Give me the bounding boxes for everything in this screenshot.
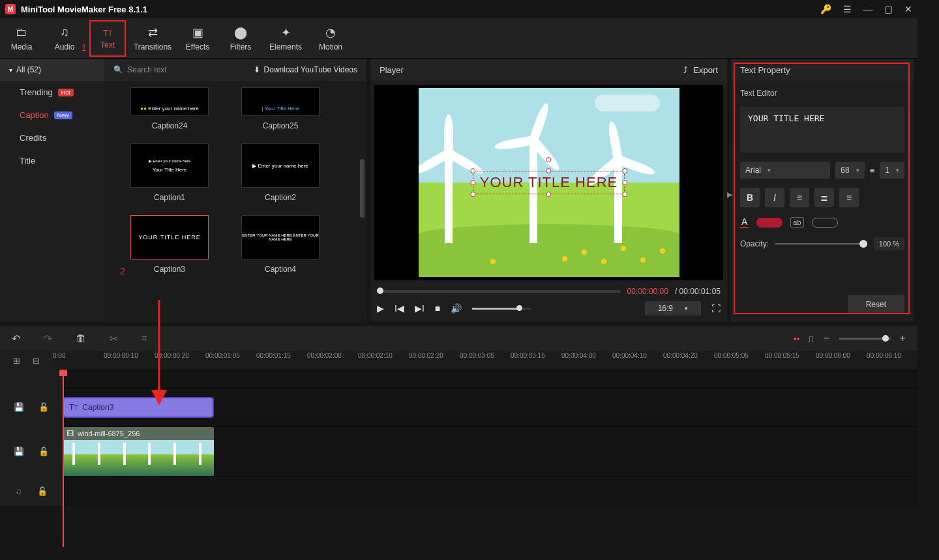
player-progress[interactable] xyxy=(377,290,621,293)
search-icon: 🔍 xyxy=(113,65,123,74)
stop-button[interactable]: ■ xyxy=(435,303,440,314)
prev-frame-button[interactable]: I◀ xyxy=(395,303,404,314)
font-color-icon[interactable]: A xyxy=(740,216,749,228)
tab-audio[interactable]: ♫Audio xyxy=(43,18,86,58)
annotation-2: 2 xyxy=(120,266,125,276)
bold-button[interactable]: B xyxy=(740,188,760,207)
timeline-tracks: 💾🔓 Tᴛ Caption3 💾🔓 🎞wind-mill-6875_256 ♫🔓 xyxy=(0,370,917,506)
chevron-down-icon: ▾ xyxy=(9,66,12,74)
highlight-icon[interactable]: ab xyxy=(790,217,803,228)
tab-media[interactable]: 🗀Media xyxy=(0,18,43,58)
align-center-button[interactable]: ≣ xyxy=(814,188,834,207)
search-input[interactable]: 🔍Search text xyxy=(113,65,247,74)
lock-icon[interactable]: 🔓 xyxy=(38,447,49,456)
zoom-slider[interactable] xyxy=(839,338,891,340)
preview-area[interactable]: YOUR TITLE HERE xyxy=(374,85,723,280)
thumb-caption25[interactable]: | Your Title Here Caption25 xyxy=(241,87,320,130)
text-clip[interactable]: Tᴛ Caption3 xyxy=(63,397,214,418)
audio-track: ♫🔓 xyxy=(0,476,917,506)
tab-text[interactable]: TT Text 1 xyxy=(89,20,126,57)
font-color-swatch[interactable] xyxy=(756,218,782,228)
undo-button[interactable]: ↶ xyxy=(12,332,20,345)
tab-elements[interactable]: ✦Elements xyxy=(262,18,309,58)
key-icon[interactable]: 🔑 xyxy=(820,4,831,14)
category-trending[interactable]: TrendingHot xyxy=(0,81,104,104)
lock-icon[interactable]: 🔓 xyxy=(38,402,49,412)
maximize-button[interactable]: ▢ xyxy=(884,4,893,14)
opacity-slider[interactable] xyxy=(775,243,867,244)
track-add-icon[interactable]: ⊞ xyxy=(13,356,20,366)
panel-title: Text Property xyxy=(731,59,914,81)
thumb-caption3[interactable]: YOUR TITLE HERE Caption3 2 xyxy=(130,215,209,274)
track-type-icon: 💾 xyxy=(14,447,24,456)
text-icon: Tᴛ xyxy=(69,403,78,412)
italic-button[interactable]: I xyxy=(765,188,784,207)
transitions-icon: ⇄ xyxy=(148,25,158,40)
player-panel: Player ⤴Export 3 xyxy=(370,59,727,322)
play-button[interactable]: ▶ xyxy=(377,303,384,314)
browse-scrollbar[interactable] xyxy=(360,159,365,218)
tab-filters[interactable]: ⬤Filters xyxy=(219,18,262,58)
thumb-caption1[interactable]: ▶ Enter your name hereYour Title Here Ca… xyxy=(130,143,209,202)
export-button[interactable]: ⤴Export xyxy=(683,65,718,75)
font-select[interactable]: Arial▾ xyxy=(740,162,830,179)
text-overlay[interactable]: YOUR TITLE HERE xyxy=(473,171,625,194)
text-track: 💾🔓 Tᴛ Caption3 xyxy=(0,387,917,426)
zoom-out-button[interactable]: − xyxy=(823,332,829,344)
thumb-caption2[interactable]: ▶ Enter your name here Caption2 xyxy=(241,143,320,202)
download-icon: ⬇ xyxy=(254,65,260,74)
category-caption[interactable]: CaptionNew xyxy=(0,104,104,126)
fullscreen-button[interactable]: ⛶ xyxy=(711,303,721,314)
tab-effects[interactable]: ▣Effects xyxy=(176,18,219,58)
thumb-caption24[interactable]: ●● Enter your name here Caption24 xyxy=(130,87,209,130)
zoom-in-button[interactable]: + xyxy=(900,332,906,344)
highlight-swatch[interactable] xyxy=(812,218,838,228)
effects-icon: ▣ xyxy=(192,25,203,40)
text-editor-input[interactable] xyxy=(740,107,904,153)
cut-button[interactable]: ✂ xyxy=(110,332,118,345)
video-clip[interactable]: 🎞wind-mill-6875_256 xyxy=(63,427,214,477)
magnet-button[interactable]: ⎍ xyxy=(809,334,814,344)
tab-motion[interactable]: ◔Motion xyxy=(309,18,352,58)
line-height-select[interactable]: 1▾ xyxy=(880,162,904,179)
delete-button[interactable]: 🗑 xyxy=(76,332,86,344)
menu-icon[interactable]: ☰ xyxy=(843,4,852,14)
collapse-handle[interactable]: ▶ xyxy=(727,190,732,199)
category-credits[interactable]: Credits xyxy=(0,126,104,149)
volume-slider[interactable] xyxy=(472,308,531,310)
font-size-select[interactable]: 68▾ xyxy=(835,162,864,179)
align-right-button[interactable]: ≡ xyxy=(839,188,859,207)
download-youtube-link[interactable]: ⬇Download YouTube Videos xyxy=(254,65,357,74)
close-button[interactable]: ✕ xyxy=(904,4,912,14)
main-toolbar: 🗀Media ♫Audio TT Text 1 ⇄Transitions ▣Ef… xyxy=(0,18,917,59)
next-frame-button[interactable]: ▶I xyxy=(415,303,425,314)
music-icon: ♫ xyxy=(60,25,69,40)
minimize-button[interactable]: — xyxy=(863,4,872,14)
player-label: Player xyxy=(380,65,404,75)
reset-button[interactable]: Reset xyxy=(848,295,904,314)
align-left-button[interactable]: ≡ xyxy=(790,188,809,207)
aspect-ratio-select[interactable]: 16:9▾ xyxy=(645,301,701,316)
redo-button[interactable]: ↷ xyxy=(44,332,52,345)
browse-panel: 🔍Search text ⬇Download YouTube Videos ●●… xyxy=(104,59,366,322)
track-collapse-icon[interactable]: ⊟ xyxy=(33,356,40,366)
export-icon: ⤴ xyxy=(683,65,688,75)
volume-icon[interactable]: 🔊 xyxy=(451,303,462,314)
timeline-toolbar: ↶ ↷ 🗑 ✂ ⌗ ▪▪ ⎍ − + xyxy=(0,326,917,351)
timeline-ruler[interactable]: 0:0000:00:00:1000:00:00:2000:00:01:0500:… xyxy=(53,351,917,370)
category-panel: ▾All (52) TrendingHot CaptionNew Credits… xyxy=(0,59,104,322)
thumb-caption4[interactable]: ENTER YOUR NAME HERE ENTER YOUR NAME HER… xyxy=(241,215,320,274)
current-time: 00:00:00:00 xyxy=(627,287,668,296)
titlebar: M MiniTool MovieMaker Free 8.1.1 🔑 ☰ — ▢… xyxy=(0,0,917,18)
track-type-icon: 💾 xyxy=(14,402,24,412)
tab-transitions[interactable]: ⇄Transitions xyxy=(129,18,176,58)
category-all[interactable]: ▾All (52) xyxy=(0,59,104,81)
lock-icon[interactable]: 🔓 xyxy=(37,486,48,496)
snap-button[interactable]: ▪▪ xyxy=(794,334,799,344)
crop-button[interactable]: ⌗ xyxy=(142,332,147,344)
opacity-label: Opacity: xyxy=(740,239,769,248)
editor-label: Text Editor xyxy=(740,89,904,98)
category-title[interactable]: Title xyxy=(0,149,104,172)
text-icon: TT xyxy=(103,28,112,38)
line-height-icon: ≡ xyxy=(870,166,875,175)
